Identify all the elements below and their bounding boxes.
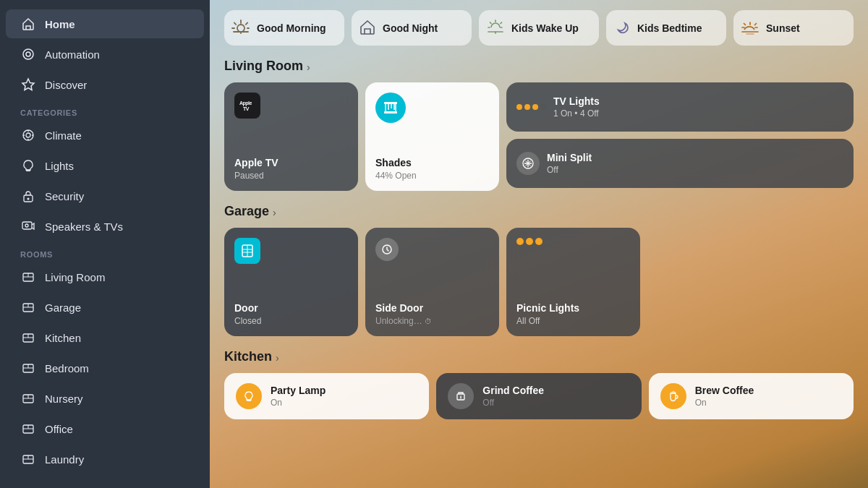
tv-lights-name: TV Lights bbox=[553, 95, 600, 108]
scene-sunset[interactable]: Sunset bbox=[733, 10, 854, 46]
side-door-tile[interactable]: Side Door Unlocking… ⏱ bbox=[365, 228, 499, 336]
sidebar-automation-label: Automation bbox=[45, 48, 100, 61]
scene-good-night[interactable]: Good Night bbox=[352, 10, 472, 46]
side-door-icon bbox=[375, 238, 399, 261]
scene-kids-wake-up[interactable]: Kids Wake Up bbox=[479, 10, 599, 46]
svg-point-3 bbox=[23, 130, 33, 140]
party-lamp-status: On bbox=[271, 398, 326, 408]
sidebar-climate-label: Climate bbox=[45, 129, 82, 142]
mini-split-icon bbox=[516, 152, 540, 175]
sidebar-kitchen-label: Kitchen bbox=[45, 332, 81, 344]
living-room-tiles: Apple TV Apple TV Paused Sha bbox=[224, 82, 854, 191]
party-lamp-name: Party Lamp bbox=[271, 385, 326, 397]
mini-split-status: Off bbox=[547, 165, 592, 175]
picnic-lights-tile[interactable]: Picnic Lights All Off bbox=[506, 228, 640, 336]
kitchen-tiles: Party Lamp On Grind Coffee Off bbox=[224, 373, 854, 419]
categories-label: Categories bbox=[0, 100, 210, 120]
sidebar-item-security[interactable]: Security bbox=[6, 181, 204, 210]
kids-wake-up-label: Kids Wake Up bbox=[511, 22, 579, 34]
svg-point-5 bbox=[27, 198, 30, 200]
sidebar-bedroom-label: Bedroom bbox=[45, 362, 89, 374]
brew-coffee-tile[interactable]: Brew Coffee On bbox=[649, 373, 854, 419]
sidebar-garage-label: Garage bbox=[45, 301, 81, 314]
scene-kids-bedtime[interactable]: Kids Bedtime bbox=[606, 10, 726, 46]
picnic-dot-4 bbox=[545, 238, 552, 245]
garage-tiles: Door Closed Side Door Unlocking… ⏱ bbox=[224, 228, 854, 336]
sidebar-item-speakers[interactable]: Speakers & TVs bbox=[6, 212, 204, 241]
sidebar-item-office[interactable]: Office bbox=[6, 414, 204, 443]
picnic-lights-name: Picnic Lights bbox=[516, 302, 630, 314]
scene-good-morning[interactable]: Good Morning bbox=[224, 10, 344, 46]
sidebar-item-kitchen[interactable]: Kitchen bbox=[6, 323, 204, 352]
kids-bedtime-icon bbox=[613, 19, 631, 37]
good-night-label: Good Night bbox=[383, 22, 438, 34]
mini-split-tile[interactable]: Mini Split Off bbox=[506, 139, 854, 188]
sidebar-item-discover[interactable]: Discover bbox=[6, 70, 204, 99]
apple-tv-name: Apple TV bbox=[234, 157, 348, 169]
room-icon bbox=[20, 269, 36, 285]
kitchen-chevron[interactable]: › bbox=[276, 352, 279, 364]
sidebar-item-laundry[interactable]: Laundry bbox=[6, 445, 204, 474]
kitchen-header: Kitchen › bbox=[224, 349, 854, 364]
party-lamp-icon bbox=[236, 383, 262, 409]
garage-icon bbox=[20, 299, 36, 315]
home-icon bbox=[20, 16, 36, 32]
living-room-chevron[interactable]: › bbox=[307, 61, 310, 73]
garage-header: Garage › bbox=[224, 204, 854, 219]
sidebar-item-home[interactable]: Home bbox=[6, 9, 204, 38]
sidebar-item-bedroom[interactable]: Bedroom bbox=[6, 354, 204, 382]
side-door-name: Side Door bbox=[375, 302, 489, 314]
tv-lights-tile[interactable]: TV Lights 1 On • 4 Off bbox=[506, 82, 854, 132]
good-morning-label: Good Morning bbox=[257, 22, 326, 34]
living-room-header: Living Room › bbox=[224, 59, 854, 74]
door-tile[interactable]: Door Closed bbox=[224, 228, 358, 336]
sidebar-item-automation[interactable]: Automation bbox=[6, 40, 204, 69]
sidebar-item-lights[interactable]: Lights bbox=[6, 151, 204, 180]
picnic-dot-3 bbox=[535, 238, 542, 245]
apple-tv-tile[interactable]: Apple TV Apple TV Paused bbox=[224, 82, 358, 191]
living-room-title: Living Room bbox=[224, 59, 303, 74]
sidebar-discover-label: Discover bbox=[45, 79, 87, 91]
garage-title: Garage bbox=[224, 204, 269, 219]
svg-point-0 bbox=[23, 49, 33, 59]
brew-coffee-icon bbox=[660, 383, 686, 409]
shades-tile[interactable]: Shades 44% Open bbox=[365, 82, 499, 191]
picnic-lights-icon-row bbox=[516, 238, 630, 245]
svg-rect-20 bbox=[384, 111, 397, 114]
kitchen-title: Kitchen bbox=[224, 349, 272, 364]
sidebar-item-nursery[interactable]: Nursery bbox=[6, 384, 204, 413]
sunset-icon bbox=[741, 19, 760, 37]
tv-dot-1 bbox=[516, 104, 522, 110]
shades-name: Shades bbox=[375, 157, 489, 169]
svg-point-7 bbox=[25, 224, 28, 227]
grind-coffee-icon bbox=[448, 383, 474, 409]
sidebar-item-climate[interactable]: Climate bbox=[6, 121, 204, 150]
svg-rect-6 bbox=[22, 222, 32, 229]
picnic-dot-1 bbox=[516, 238, 524, 245]
discover-icon bbox=[20, 77, 36, 93]
rooms-label: Rooms bbox=[0, 241, 210, 262]
laundry-icon bbox=[20, 451, 36, 467]
svg-text:Apple: Apple bbox=[239, 100, 252, 106]
good-morning-icon bbox=[231, 19, 250, 37]
picnic-dot-2 bbox=[526, 238, 533, 245]
sidebar-living-room-label: Living Room bbox=[45, 271, 105, 283]
grind-coffee-status: Off bbox=[482, 398, 544, 408]
security-icon bbox=[20, 188, 36, 204]
scenes-row: Good Morning Good Night bbox=[224, 10, 854, 46]
garage-chevron[interactable]: › bbox=[273, 207, 276, 218]
svg-rect-19 bbox=[384, 102, 397, 104]
sidebar-laundry-label: Laundry bbox=[45, 453, 84, 466]
sidebar-office-label: Office bbox=[45, 423, 73, 435]
svg-point-15 bbox=[237, 25, 244, 32]
door-icon bbox=[234, 238, 260, 264]
sidebar-lights-label: Lights bbox=[45, 160, 74, 172]
sidebar-item-garage[interactable]: Garage bbox=[6, 293, 204, 322]
sidebar-nursery-label: Nursery bbox=[45, 393, 83, 405]
sidebar-item-living-room[interactable]: Living Room bbox=[6, 262, 204, 291]
party-lamp-tile[interactable]: Party Lamp On bbox=[224, 373, 429, 419]
grind-coffee-name: Grind Coffee bbox=[482, 385, 544, 397]
kids-wake-up-icon bbox=[486, 19, 505, 37]
shades-icon bbox=[375, 93, 406, 123]
grind-coffee-tile[interactable]: Grind Coffee Off bbox=[436, 373, 641, 419]
